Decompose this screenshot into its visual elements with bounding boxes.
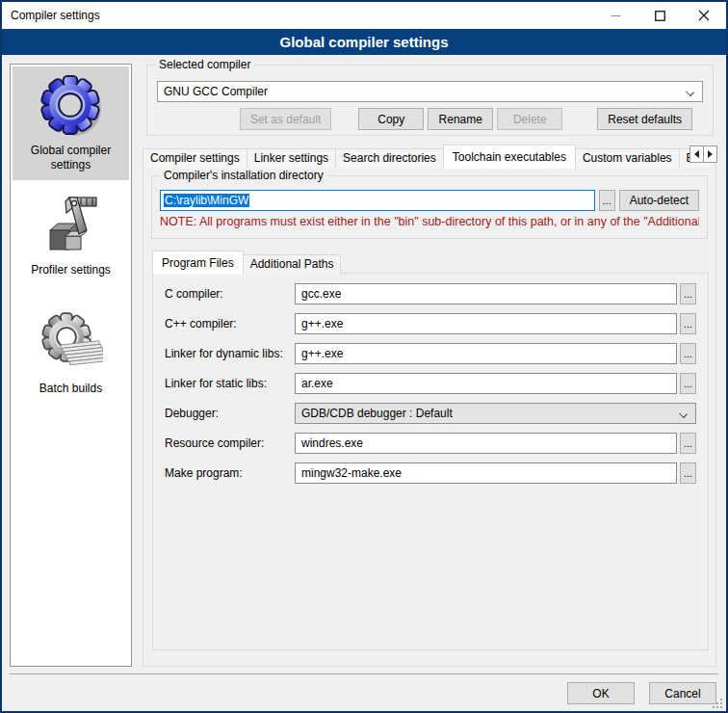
static-linker-browse-button[interactable]: ... (680, 373, 696, 394)
static-linker-value: ar.exe (301, 377, 333, 390)
tab-scroll-arrows (690, 145, 717, 163)
make-program-row: Make program: mingw32-make.exe ... (165, 462, 696, 484)
cpp-compiler-input[interactable]: g++.exe (295, 313, 677, 334)
resource-compiler-label: Resource compiler: (165, 436, 295, 450)
profiler-caliper-icon (14, 192, 127, 259)
make-program-label: Make program: (165, 466, 295, 480)
debugger-label: Debugger: (165, 407, 295, 420)
reset-defaults-button[interactable]: Reset defaults (597, 108, 692, 130)
cpp-compiler-browse-button[interactable]: ... (680, 313, 696, 334)
title-bar: Compiler settings (2, 2, 726, 29)
compiler-select-value: GNU GCC Compiler (164, 85, 268, 98)
resource-compiler-browse-button[interactable]: ... (680, 433, 696, 454)
settings-category-list: Global compiler settings (10, 64, 132, 667)
chevron-down-icon (679, 409, 688, 418)
dynamic-linker-label: Linker for dynamic libs: (165, 347, 295, 360)
cancel-button[interactable]: Cancel (649, 682, 716, 704)
close-button[interactable] (682, 2, 726, 29)
tab-search-directories[interactable]: Search directories (335, 148, 444, 168)
debugger-value: GDB/CDB debugger : Default (301, 407, 453, 420)
resource-compiler-input[interactable]: windres.exe (295, 433, 677, 454)
debugger-row: Debugger: GDB/CDB debugger : Default (165, 403, 696, 424)
settings-tab-strip: Compiler settings Linker settings Search… (143, 144, 722, 168)
maximize-icon (655, 11, 665, 21)
chevron-down-icon (686, 88, 694, 96)
installation-directory-value: C:\raylib\MinGW (164, 194, 249, 207)
sidebar-item-label: Global compiler settings (14, 144, 127, 172)
page-title: Global compiler settings (2, 29, 726, 55)
c-compiler-row: C compiler: gcc.exe ... (165, 283, 696, 304)
global-compiler-settings-gear-icon (14, 72, 127, 140)
selected-compiler-group-label: Selected compiler (155, 58, 254, 71)
tab-additional-paths[interactable]: Additional Paths (243, 254, 342, 274)
cpp-compiler-value: g++.exe (301, 317, 343, 330)
static-linker-input[interactable]: ar.exe (295, 373, 677, 394)
installation-directory-group: Compiler's installation directory C:\ray… (151, 175, 708, 239)
installation-directory-row: C:\raylib\MinGW ... Auto-detect (160, 190, 699, 211)
compiler-select[interactable]: GNU GCC Compiler (157, 81, 703, 102)
c-compiler-value: gcc.exe (301, 287, 341, 301)
dynamic-linker-value: g++.exe (301, 347, 343, 360)
sidebar-item-global-compiler-settings[interactable]: Global compiler settings (13, 66, 129, 180)
debugger-select[interactable]: GDB/CDB debugger : Default (295, 403, 696, 424)
static-linker-label: Linker for static libs: (165, 377, 295, 390)
program-files-panel: C compiler: gcc.exe ... C++ compiler: g+… (152, 273, 709, 650)
c-compiler-label: C compiler: (165, 287, 295, 301)
resize-grip[interactable] (713, 699, 723, 709)
minimize-icon (611, 11, 621, 21)
tab-scroll-right-button[interactable] (703, 145, 717, 163)
installation-directory-input[interactable]: C:\raylib\MinGW (160, 190, 595, 211)
static-linker-row: Linker for static libs: ar.exe ... (165, 373, 696, 394)
main-content: Selected compiler GNU GCC Compiler Set a… (143, 65, 722, 667)
make-program-browse-button[interactable]: ... (680, 462, 696, 484)
maximize-button[interactable] (637, 2, 682, 29)
sidebar-item-profiler-settings[interactable]: Profiler settings (13, 186, 129, 285)
cpp-compiler-row: C++ compiler: g++.exe ... (165, 313, 696, 334)
compiler-settings-dialog: Compiler settings Global compiler settin… (0, 0, 728, 713)
c-compiler-browse-button[interactable]: ... (680, 283, 696, 304)
c-compiler-input[interactable]: gcc.exe (295, 283, 677, 304)
installation-directory-group-label: Compiler's installation directory (160, 169, 327, 182)
tab-linker-settings[interactable]: Linker settings (247, 148, 336, 168)
tab-compiler-settings[interactable]: Compiler settings (143, 148, 247, 168)
program-files-tab-strip: Program Files Additional Paths (152, 250, 708, 274)
resource-compiler-row: Resource compiler: windres.exe ... (165, 433, 696, 454)
selected-compiler-group: Selected compiler GNU GCC Compiler Set a… (146, 65, 714, 136)
delete-button[interactable]: Delete (497, 108, 562, 130)
dynamic-linker-browse-button[interactable]: ... (680, 343, 696, 364)
dialog-body: Global compiler settings (2, 55, 726, 711)
bin-subdirectory-note: NOTE: All programs must exist either in … (160, 215, 699, 228)
cpp-compiler-label: C++ compiler: (165, 317, 295, 330)
installation-directory-browse-button[interactable]: ... (599, 190, 615, 211)
ok-button[interactable]: OK (567, 682, 635, 704)
sidebar-item-label: Batch builds (14, 382, 127, 396)
close-icon (698, 10, 710, 21)
toolchain-executables-panel: Compiler's installation directory C:\ray… (143, 167, 716, 667)
footer-divider (10, 673, 718, 674)
resource-compiler-value: windres.exe (301, 436, 363, 450)
auto-detect-button[interactable]: Auto-detect (619, 190, 699, 211)
arrow-right-icon (708, 150, 713, 158)
tab-scroll-left-button[interactable] (689, 145, 704, 163)
window-controls (593, 2, 726, 29)
tab-custom-variables[interactable]: Custom variables (575, 148, 680, 168)
sidebar-item-label: Profiler settings (14, 263, 127, 277)
copy-button[interactable]: Copy (358, 108, 424, 130)
arrow-left-icon (694, 150, 699, 158)
dynamic-linker-row: Linker for dynamic libs: g++.exe ... (165, 343, 696, 364)
rename-button[interactable]: Rename (428, 108, 493, 130)
tab-toolchain-executables[interactable]: Toolchain executables (443, 145, 576, 169)
set-as-default-button[interactable]: Set as default (240, 108, 331, 130)
minimize-button[interactable] (593, 2, 637, 29)
tab-program-files[interactable]: Program Files (152, 251, 244, 275)
sidebar-item-batch-builds[interactable]: Batch builds (13, 304, 129, 404)
make-program-input[interactable]: mingw32-make.exe (295, 462, 677, 484)
footer-buttons: OK Cancel (553, 682, 716, 704)
dynamic-linker-input[interactable]: g++.exe (295, 343, 677, 364)
window-title: Compiler settings (2, 9, 100, 22)
make-program-value: mingw32-make.exe (301, 466, 402, 480)
compiler-buttons-row: Set as default Copy Rename Delete Reset … (157, 108, 703, 130)
batch-builds-gear-stack-icon (14, 310, 127, 378)
